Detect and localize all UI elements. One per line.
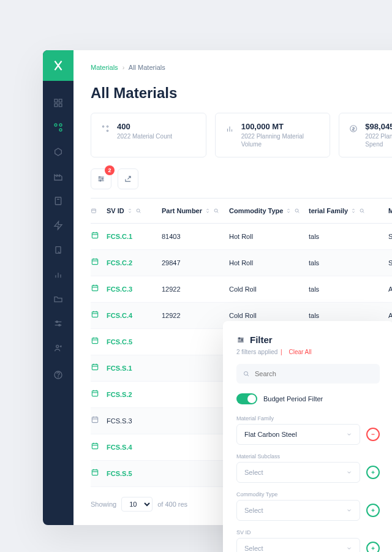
nav-clipboard[interactable]	[53, 245, 63, 255]
nav-lightning[interactable]	[53, 221, 63, 230]
svg-rect-65	[92, 365, 97, 370]
cell-m: A	[388, 312, 392, 319]
breadcrumb: Materials › All Materials	[74, 50, 392, 76]
add-filter-button[interactable]	[366, 504, 380, 517]
row-calendar-icon	[91, 310, 107, 321]
filter-button[interactable]: 2	[91, 168, 111, 189]
cell-svid[interactable]: FCS.S.5	[107, 470, 162, 477]
breadcrumb-root[interactable]: Materials	[91, 64, 118, 71]
nav-users[interactable]	[53, 343, 63, 353]
svg-rect-11	[56, 247, 61, 254]
cell-svid: FCS.S.3	[107, 417, 162, 425]
table-row[interactable]: FCS.C.3 12922 Cold Roll tals A	[91, 276, 392, 303]
nav-dashboard[interactable]	[53, 98, 63, 108]
cell-part: 29847	[162, 259, 229, 267]
filter-select[interactable]: Flat Carbon Steel	[236, 424, 360, 445]
filter-panel: Filter 2 filters applied | Clear All Bud…	[223, 321, 392, 552]
svg-marker-10	[55, 221, 62, 229]
svg-line-38	[139, 211, 140, 213]
row-calendar-icon	[91, 415, 107, 426]
cell-svid[interactable]: FCS.S.2	[107, 391, 162, 398]
filter-select[interactable]: Select	[236, 538, 360, 552]
cell-part: 81403	[162, 233, 229, 240]
filter-title: Filter	[250, 335, 273, 345]
cell-svid[interactable]: FCS.S.1	[107, 365, 162, 372]
cell-svid[interactable]: FCS.C.4	[107, 312, 162, 319]
filter-search-input[interactable]	[236, 364, 380, 384]
svg-point-88	[239, 338, 240, 339]
svg-rect-77	[92, 444, 97, 449]
svg-point-23	[107, 130, 108, 131]
cell-m: S	[388, 233, 392, 240]
row-calendar-icon	[91, 442, 107, 453]
filter-select[interactable]: Select	[236, 462, 360, 483]
svg-line-40	[217, 211, 218, 213]
chevron-down-icon	[346, 545, 352, 551]
table-row[interactable]: FCS.C.1 81403 Hot Roll tals S	[91, 224, 392, 250]
search-icon	[135, 208, 141, 214]
nav-factory[interactable]	[53, 172, 63, 181]
cell-family: tals	[309, 259, 388, 267]
nav-sliders[interactable]	[53, 319, 63, 328]
cell-family: tals	[309, 285, 388, 293]
svg-rect-8	[55, 197, 61, 205]
svg-rect-69	[92, 391, 97, 396]
stat-card: 100,000 MT2022 Planning Material Volume	[215, 113, 331, 157]
nav-chart[interactable]	[53, 270, 63, 279]
row-calendar-icon	[91, 336, 107, 347]
logo	[43, 50, 74, 81]
sort-icon	[127, 208, 133, 214]
svg-point-89	[241, 339, 243, 341]
filter-badge: 2	[105, 165, 115, 175]
col-svid[interactable]: SV ID	[107, 207, 162, 214]
svg-line-44	[363, 211, 364, 213]
cell-svid[interactable]: FCS.S.4	[107, 444, 162, 451]
svg-point-19	[56, 345, 59, 347]
clear-all-button[interactable]: Clear All	[288, 349, 311, 355]
stat-card: $98,045.982022 Planning Material Spend	[339, 113, 392, 157]
dollar-icon	[348, 123, 359, 134]
cell-m: A	[388, 285, 392, 293]
per-page-select[interactable]: 10	[121, 497, 153, 512]
svg-point-34	[100, 180, 101, 181]
svg-point-32	[99, 176, 100, 178]
col-commodity[interactable]: Commodity Type	[229, 207, 309, 214]
col-family[interactable]: terial Family	[309, 207, 388, 214]
cell-family: tals	[309, 312, 388, 319]
svg-rect-2	[55, 104, 58, 107]
table-header: SV ID Part Number Commodity Type terial …	[91, 198, 392, 224]
svg-marker-7	[55, 148, 62, 156]
nav-materials[interactable]	[53, 123, 63, 132]
cell-svid[interactable]: FCS.C.1	[107, 233, 162, 240]
remove-filter-button[interactable]	[366, 428, 380, 441]
nav-hexagon[interactable]	[53, 147, 63, 157]
svg-point-5	[59, 129, 62, 131]
svg-point-33	[102, 178, 103, 180]
add-filter-button[interactable]	[366, 542, 380, 552]
bars-icon	[224, 123, 235, 134]
stat-card: 4002022 Material Count	[91, 113, 206, 157]
cell-commodity: Cold Roll	[229, 312, 309, 319]
sort-icon	[350, 208, 356, 214]
budget-period-toggle[interactable]	[236, 393, 257, 404]
svg-rect-45	[92, 233, 97, 238]
cell-svid[interactable]: FCS.C.5	[107, 338, 162, 346]
svg-rect-57	[92, 312, 97, 317]
nav-help[interactable]	[53, 370, 63, 380]
table-row[interactable]: FCS.C.2 29847 Hot Roll tals S	[91, 250, 392, 276]
add-filter-button[interactable]	[366, 466, 380, 479]
export-button[interactable]	[118, 168, 138, 189]
filter-select[interactable]: Select	[236, 500, 360, 521]
cell-svid[interactable]: FCS.C.2	[107, 259, 162, 267]
filter-field-label: SV ID	[236, 529, 380, 535]
cell-commodity: Hot Roll	[229, 259, 309, 267]
nav-folder[interactable]	[53, 294, 63, 304]
cell-family: tals	[309, 233, 388, 240]
chevron-down-icon	[346, 507, 352, 513]
cell-svid[interactable]: FCS.C.3	[107, 285, 162, 293]
nav-document[interactable]	[53, 196, 63, 206]
search-icon	[359, 208, 365, 214]
col-m[interactable]: M	[388, 207, 392, 214]
row-calendar-icon	[91, 257, 107, 268]
col-part[interactable]: Part Number	[162, 207, 229, 214]
